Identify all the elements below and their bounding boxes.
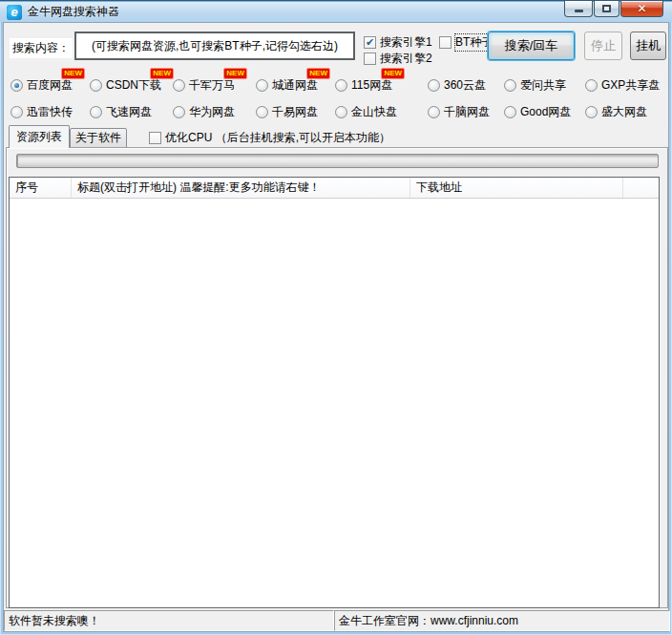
radio-icon [90, 106, 102, 118]
radio-icon [504, 79, 516, 92]
source-row-2: 迅雷快传 飞速网盘 华为网盘 千易网盘 金山快盘 千脑网盘 [4, 104, 668, 119]
radio-chengtong-netdisk[interactable]: 城通网盘 NEW [256, 77, 318, 94]
radio-xunlei-kuaichuan[interactable]: 迅雷快传 [10, 104, 73, 120]
checkbox-label: 优化CPU （后台挂机搜索,可以开启本功能） [165, 130, 390, 146]
radio-icon [335, 79, 347, 92]
radio-icon [256, 79, 268, 92]
new-badge: NEW [223, 68, 247, 79]
radio-feisu-netdisk[interactable]: 飞速网盘 [90, 104, 152, 120]
checkbox-icon: ✔ [364, 36, 376, 49]
radio-label: 盛大网盘 [601, 104, 647, 120]
radio-label: 迅雷快传 [27, 104, 73, 120]
new-badge: NEW [306, 68, 330, 79]
column-header-title[interactable]: 标题(双击打开地址) 温馨提醒:更多功能请右键！ [72, 178, 410, 198]
radio-label: 金山快盘 [351, 104, 397, 120]
status-message: 软件暂未搜索噢！ [4, 610, 334, 631]
checkbox-label: 搜索引擎1 [380, 34, 432, 51]
search-engine-1-checkbox[interactable]: ✔ 搜索引擎1 [364, 34, 432, 51]
radio-115-netdisk[interactable]: 115网盘 NEW [335, 77, 392, 94]
radio-label: 爱问共享 [520, 77, 566, 94]
progress-bar [16, 154, 659, 168]
search-input[interactable] [74, 32, 355, 60]
radio-label: 千军万马 [189, 77, 235, 94]
checkbox-icon [439, 36, 452, 49]
radio-label: 百度网盘 [27, 77, 73, 94]
radio-label: 飞速网盘 [106, 104, 152, 120]
minimize-button[interactable] [564, 1, 593, 17]
radio-icon [428, 106, 440, 118]
radio-icon [585, 79, 598, 92]
close-icon: ✕ [637, 3, 646, 14]
radio-icon [335, 106, 347, 118]
radio-label: 千脑网盘 [444, 104, 490, 120]
window-title: 金牛网盘搜索神器 [28, 4, 119, 20]
radio-aiwen-share[interactable]: 爱问共享 [504, 77, 566, 94]
radio-good-netdisk[interactable]: Good网盘 [504, 104, 571, 120]
column-header-download-url[interactable]: 下载地址 [410, 178, 623, 198]
checkbox-label: 搜索引擎2 [380, 51, 432, 67]
radio-label: GXP共享盘 [601, 77, 660, 94]
checkbox-icon [149, 132, 161, 144]
radio-360-cloud[interactable]: 360云盘 [428, 77, 486, 94]
radio-label: 城通网盘 [272, 77, 318, 94]
status-bar: 软件暂未搜索噢！ 金牛工作室官网：www.cfjinniu.com [4, 610, 670, 631]
search-engine-2-checkbox[interactable]: 搜索引擎2 [364, 51, 432, 67]
search-content-label: 搜索内容： [10, 38, 73, 58]
minimize-icon [575, 10, 583, 12]
checkbox-icon [364, 53, 376, 65]
radio-qianyi-netdisk[interactable]: 千易网盘 [256, 104, 318, 120]
client-area: 搜索内容： ✔ 搜索引擎1 搜索引擎2 BT种子1 搜索/回车 停止 挂机 百度… [3, 22, 669, 632]
radio-label: CSDN下载 [106, 77, 161, 94]
new-badge: NEW [61, 68, 85, 79]
radio-gxp-share[interactable]: GXP共享盘 [585, 77, 660, 94]
radio-huawei-netdisk[interactable]: 华为网盘 [173, 104, 235, 120]
radio-shanda-netdisk[interactable]: 盛大网盘 [585, 104, 647, 120]
column-header-index[interactable]: 序号 [10, 178, 72, 198]
column-header-extra [623, 178, 659, 198]
radio-jinshan-kuaipan[interactable]: 金山快盘 [335, 104, 397, 120]
radio-icon [173, 79, 185, 92]
radio-label: 360云盘 [444, 77, 486, 94]
app-window: e 金牛网盘搜索神器 ✕ 搜索内容： ✔ 搜索引擎1 搜索引擎2 BT种子1 搜… [0, 0, 672, 635]
radio-qianjunwanma[interactable]: 千军万马 NEW [173, 77, 235, 94]
hang-up-button[interactable]: 挂机 [630, 32, 666, 60]
table-header: 序号 标题(双击打开地址) 温馨提醒:更多功能请右键！ 下载地址 [10, 178, 659, 199]
tab-resource-list[interactable]: 资源列表 [9, 125, 70, 148]
radio-label: 华为网盘 [189, 104, 235, 120]
radio-icon [585, 106, 598, 118]
stop-button[interactable]: 停止 [584, 32, 622, 60]
table-body[interactable] [10, 199, 659, 607]
radio-qiannao-netdisk[interactable]: 千脑网盘 [428, 104, 490, 120]
radio-icon [10, 106, 23, 118]
status-website: 金牛工作室官网：www.cfjinniu.com [334, 610, 670, 631]
radio-csdn-download[interactable]: CSDN下载 NEW [90, 77, 161, 94]
radio-baidu-netdisk[interactable]: 百度网盘 NEW [10, 77, 73, 94]
radio-label: 千易网盘 [272, 104, 318, 120]
radio-label: 115网盘 [351, 77, 392, 94]
radio-icon [428, 79, 440, 92]
new-badge: NEW [381, 68, 405, 79]
new-badge: NEW [150, 68, 174, 79]
maximize-icon [602, 5, 611, 12]
radio-icon [173, 106, 185, 118]
app-icon: e [7, 5, 22, 20]
window-controls: ✕ [564, 1, 663, 17]
radio-label: Good网盘 [520, 104, 571, 120]
cpu-optimize-checkbox[interactable]: 优化CPU （后台挂机搜索,可以开启本功能） [149, 130, 390, 146]
radio-icon [90, 79, 102, 92]
maximize-button[interactable] [594, 1, 620, 17]
source-row-1: 百度网盘 NEW CSDN下载 NEW 千军万马 NEW 城通网盘 NEW 11… [4, 77, 668, 93]
radio-icon [504, 106, 516, 118]
radio-icon [256, 106, 268, 118]
close-button[interactable]: ✕ [620, 1, 663, 17]
results-table[interactable]: 序号 标题(双击打开地址) 温馨提醒:更多功能请右键！ 下载地址 [9, 177, 660, 608]
search-button[interactable]: 搜索/回车 [488, 32, 575, 60]
radio-icon [10, 79, 23, 92]
tab-about-software[interactable]: 关于软件 [70, 128, 127, 148]
